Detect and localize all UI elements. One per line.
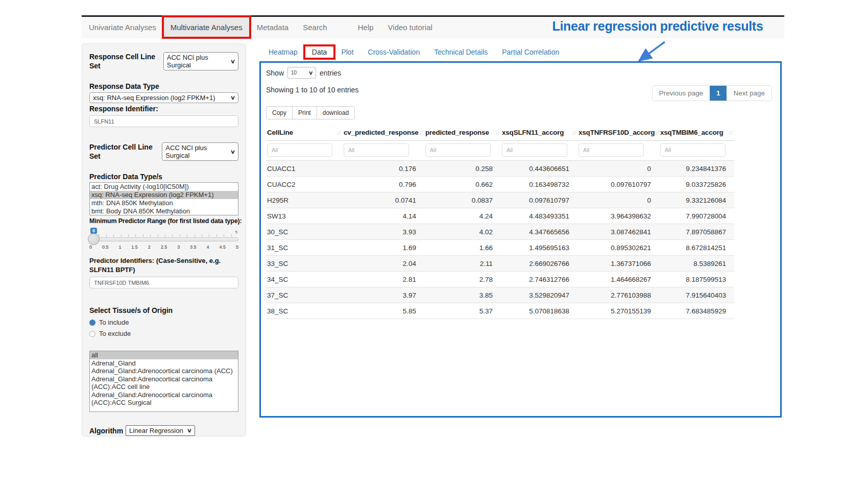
filter-input-cellline[interactable]: [267, 143, 332, 157]
column-header-label: predicted_response: [425, 129, 489, 136]
table-row-h295r[interactable]: H295R0.07410.08370.09761079709.332126084: [266, 192, 734, 208]
response-identifier-input[interactable]: [89, 115, 238, 127]
table-row-31-sc[interactable]: 31_SC1.691.661.4956951630.8953026218.672…: [266, 240, 734, 256]
column-header-label: xsqSLFN11_accorg: [502, 129, 564, 136]
nav-item-univariate-analyses[interactable]: Univariate Analyses: [82, 17, 163, 37]
cell-value: 4.347665656: [501, 224, 577, 240]
next-page-button[interactable]: Next page: [727, 86, 771, 101]
tab-partial-correlation[interactable]: Partial Correlation: [495, 46, 566, 58]
cell-value: 4.02: [424, 224, 501, 240]
nav-item-help[interactable]: Help: [351, 17, 381, 37]
filter-input-predicted-response[interactable]: [425, 143, 491, 157]
nav-item-video-tutorial[interactable]: Video tutorial: [381, 17, 440, 37]
tab-plot[interactable]: Plot: [334, 46, 360, 58]
table-row-30-sc[interactable]: 30_SC3.934.024.3476656563.0874628417.897…: [266, 224, 734, 240]
slider-track[interactable]: [89, 237, 238, 241]
cell-line-name: 34_SC: [266, 272, 343, 287]
response-cell-line-set-label: Response Cell Line Set: [89, 52, 161, 70]
cell-value: 7.915640403: [659, 287, 734, 303]
table-row-37-sc[interactable]: 37_SC3.973.853.5298209472.7761039887.915…: [266, 287, 734, 303]
column-header-cellline[interactable]: CellLine↓↑: [266, 125, 343, 141]
filter-input-xsqtnfrsf10d-accorg[interactable]: [578, 143, 644, 157]
pagination: Previous page 1 Next page: [652, 85, 772, 101]
tab-data[interactable]: Data: [305, 46, 334, 58]
table-body: CUACC10.1760.2580.44360665109.234841376C…: [266, 161, 734, 319]
cell-value: 2.776103988: [577, 287, 659, 303]
tissue-option-adrenal-gland-adrenocortical-carcinoma-acc-acc-s[interactable]: Adrenal_Gland:Adrenocortical carcinoma (…: [90, 391, 238, 407]
predictor-cell-line-set-select[interactable]: ACC NCI plus Surgical ∨: [162, 142, 238, 161]
response-data-type-select[interactable]: xsq: RNA-seq Expression (log2 FPKM+1) ∨: [89, 92, 238, 103]
column-header-predicted-response[interactable]: predicted_response↓↑: [424, 125, 501, 141]
cell-line-name: 31_SC: [266, 240, 343, 256]
predictor-option-mth[interactable]: mth: DNA 850K Methylation: [90, 199, 238, 207]
cell-value: 9.033725826: [659, 177, 734, 192]
cell-line-name: 33_SC: [266, 256, 343, 272]
export-print-button[interactable]: Print: [292, 106, 317, 119]
radio-icon: [89, 320, 95, 326]
table-filter-row: [266, 141, 734, 161]
tissue-option-all[interactable]: all: [90, 351, 238, 359]
table-row-34-sc[interactable]: 34_SC2.812.782.7463127661.4646682678.187…: [266, 272, 734, 287]
cell-value: 4.24: [424, 208, 501, 224]
nav-item-search[interactable]: Search: [296, 17, 334, 37]
tab-heatmap[interactable]: Heatmap: [261, 46, 305, 58]
nav-item-metadata[interactable]: Metadata: [250, 17, 296, 37]
predictor-option-act[interactable]: act: Drug Activity (-log10[IC50M]): [90, 183, 238, 191]
predictor-option-bmt[interactable]: bmt: Body DNA 850K Methylation: [90, 207, 238, 215]
tissue-option-adrenal-gland-adrenocortical-carcinoma-acc-acc-c[interactable]: Adrenal_Gland:Adrenocortical carcinoma (…: [90, 375, 238, 391]
tab-technical-details[interactable]: Technical Details: [427, 46, 495, 58]
tissue-origin-label: Select Tissue/s of Origin: [89, 306, 238, 315]
page-length-select[interactable]: 10 ∨: [287, 67, 316, 79]
filter-input-xsqtmbim6-accorg[interactable]: [660, 143, 726, 157]
filter-input-cv-predicted-response[interactable]: [344, 143, 409, 157]
predictor-data-types-label: Predictor Data Type/s: [89, 172, 238, 181]
table-row-cuacc2[interactable]: CUACC20.7960.6620.1634987320.0976107979.…: [266, 177, 734, 192]
radio-to-include[interactable]: To include: [89, 319, 238, 326]
column-header-cv-predicted-response[interactable]: cv_predicted_response↓↑: [343, 125, 424, 141]
response-data-type-label: Response Data Type: [89, 82, 238, 91]
export-copy-button[interactable]: Copy: [266, 106, 293, 119]
predictor-option-xsq[interactable]: xsq: RNA-seq Expression (log2 FPKM+1): [90, 191, 238, 199]
response-cell-line-set-select[interactable]: ACC NCI plus Surgical ∨: [163, 52, 238, 70]
filter-cell: [343, 141, 424, 161]
column-header-inner: cv_predicted_response↓↑: [344, 129, 423, 136]
sort-icon: ↓↑: [571, 129, 576, 136]
chevron-down-icon: ∨: [230, 149, 235, 155]
column-header-xsqslfn11-accorg[interactable]: xsqSLFN11_accorg↓↑: [501, 125, 577, 141]
table-header-row: CellLine↓↑cv_predicted_response↓↑predict…: [266, 125, 734, 141]
radio-to-exclude[interactable]: To exclude: [89, 330, 238, 337]
table-row-33-sc[interactable]: 33_SC2.042.112.6690267661.3673710668.538…: [266, 256, 734, 272]
predictor-cell-line-set-row: Predictor Cell Line Set ACC NCI plus Sur…: [89, 142, 238, 161]
cell-line-name: CUACC1: [266, 161, 343, 177]
tissue-option-adrenal-gland-adrenocortical-carcinoma-acc[interactable]: Adrenal_Gland:Adrenocortical carcinoma (…: [90, 367, 238, 375]
cell-value: 0.796: [343, 177, 424, 192]
table-row-cuacc1[interactable]: CUACC10.1760.2580.44360665109.234841376: [266, 161, 734, 177]
tissue-option-adrenal-gland[interactable]: Adrenal_Gland: [90, 359, 238, 368]
sidebar-panel: Response Cell Line Set ACC NCI plus Surg…: [82, 43, 246, 436]
show-entries-row: Show 10 ∨ entries: [266, 67, 775, 79]
cell-value: 1.66: [424, 240, 501, 256]
algorithm-select[interactable]: Linear Regression ∨: [126, 425, 195, 436]
slider-tick: 2: [148, 245, 151, 250]
current-page-button[interactable]: 1: [710, 86, 727, 101]
column-header-inner: xsqTNFRSF10D_accorg↓↑: [578, 129, 658, 136]
filter-input-xsqslfn11-accorg[interactable]: [502, 143, 567, 157]
results-panel: Show 10 ∨ entries Showing 1 to 10 of 10 …: [259, 61, 782, 418]
cell-value: 0.443606651: [501, 161, 577, 177]
table-row-sw13[interactable]: SW134.144.244.4834933513.9643986327.9907…: [266, 208, 734, 224]
cell-line-name: H295R: [266, 192, 343, 208]
cell-value: 3.087462841: [577, 224, 659, 240]
slider-handle[interactable]: [88, 233, 100, 245]
slider-tick: 3.5: [190, 245, 197, 250]
table-row-38-sc[interactable]: 38_SC5.855.375.0708186385.2701551397.683…: [266, 303, 734, 319]
tab-bar: HeatmapDataPlotCross-ValidationTechnical…: [261, 45, 566, 59]
tissue-radios: To includeTo exclude: [89, 319, 238, 337]
export-download-button[interactable]: download: [317, 106, 355, 119]
predictor-identifiers-input[interactable]: [89, 277, 238, 288]
nav-item-multivariate-analyses[interactable]: Multivariate Analyses: [163, 17, 250, 37]
tab-cross-validation[interactable]: Cross-Validation: [361, 46, 427, 58]
column-header-xsqtnfrsf10d-accorg[interactable]: xsqTNFRSF10D_accorg↓↑: [577, 125, 659, 141]
column-header-xsqtmbim6-accorg[interactable]: xsqTMBIM6_accorg↓↑: [659, 125, 734, 141]
min-predictor-range-slider[interactable]: 0 5 00.511.522.533.544.55: [89, 228, 238, 253]
previous-page-button[interactable]: Previous page: [653, 86, 710, 101]
